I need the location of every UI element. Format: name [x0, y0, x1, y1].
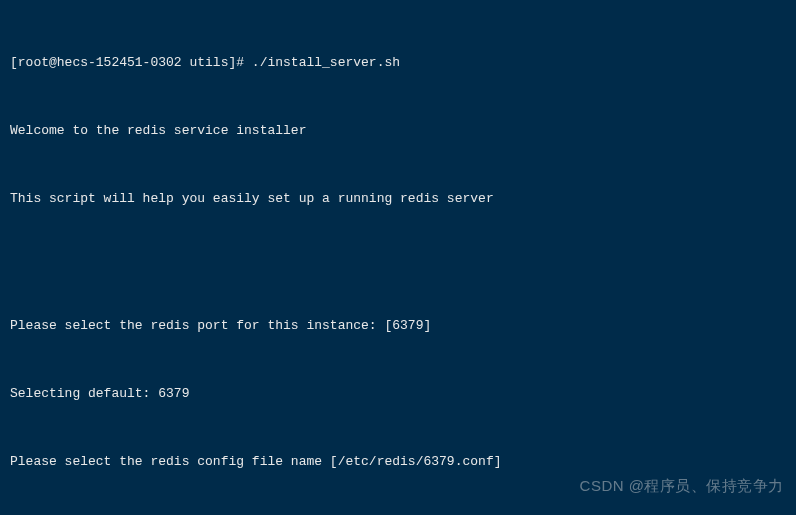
output-line: This script will help you easily set up …: [10, 188, 786, 211]
output-line: Selecting default: 6379: [10, 383, 786, 406]
prompt-port: Please select the redis port for this in…: [10, 315, 786, 338]
blank-line: [10, 256, 786, 269]
terminal-output[interactable]: [root@hecs-152451-0302 utils]# ./install…: [10, 6, 786, 515]
prompt-config-file: Please select the redis config file name…: [10, 451, 786, 474]
output-line: Welcome to the redis service installer: [10, 120, 786, 143]
prompt-line: [root@hecs-152451-0302 utils]# ./install…: [10, 52, 786, 75]
